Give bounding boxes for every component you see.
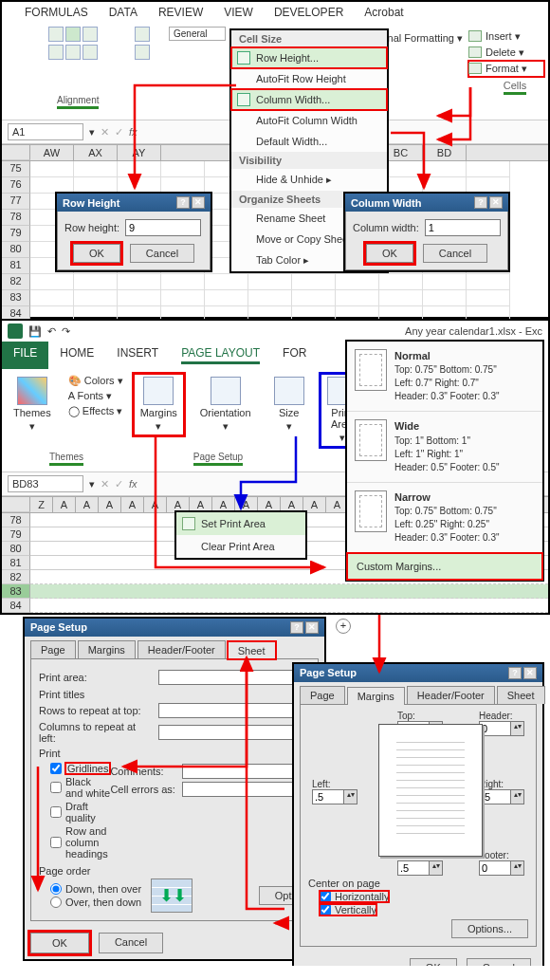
right-input[interactable] [479, 789, 511, 804]
help-icon[interactable]: ? [474, 196, 487, 209]
col-header[interactable]: BD [423, 145, 467, 160]
row-header[interactable]: 82 [2, 274, 30, 290]
row-header[interactable]: 84 [2, 599, 30, 613]
ok-button[interactable]: OK [366, 244, 413, 263]
footer-input[interactable] [479, 860, 511, 876]
tab-margins[interactable]: Margins [78, 640, 136, 658]
row-header[interactable]: 76 [2, 177, 30, 194]
col-header[interactable]: Z [30, 497, 53, 512]
cancel-button[interactable]: Cancel [130, 244, 194, 263]
tab-page-layout[interactable]: PAGE LAYOUT [170, 342, 271, 369]
cancel-button[interactable]: Cancel [467, 958, 531, 966]
tab-page[interactable]: Page [30, 640, 76, 658]
row-header[interactable]: 79 [2, 527, 30, 542]
tab-header-footer[interactable]: Header/Footer [138, 640, 226, 658]
tab-view[interactable]: VIEW [224, 6, 253, 19]
align-middle-icon[interactable] [65, 45, 81, 60]
tab-formulas[interactable]: FORMULAS [25, 6, 88, 19]
tab-margins[interactable]: Margins [347, 687, 405, 705]
center-vert-checkbox[interactable] [320, 904, 331, 915]
col-header[interactable]: A [99, 497, 121, 512]
align-center-icon[interactable] [65, 27, 81, 42]
fx-icon[interactable]: fx [129, 126, 138, 138]
number-format-dropdown[interactable]: General [169, 27, 226, 41]
tab-formulas-trunc[interactable]: FOR [271, 342, 318, 369]
menu-col-width[interactable]: Column Width... [231, 89, 387, 110]
align-left-icon[interactable] [48, 27, 64, 42]
col-header[interactable]: A [53, 497, 76, 512]
close-icon[interactable]: ✕ [305, 621, 319, 634]
ok-button[interactable]: OK [30, 933, 89, 953]
options-button[interactable]: Options... [451, 919, 528, 938]
center-horiz-checkbox[interactable] [320, 891, 331, 902]
margins-narrow[interactable]: NarrowTop: 0.75" Bottom: 0.75"Left: 0.25… [347, 483, 542, 553]
format-cells-button[interactable]: Format ▾ [468, 61, 544, 77]
left-input[interactable] [312, 789, 344, 804]
menu-row-height[interactable]: Row Height... [231, 47, 387, 68]
col-header[interactable]: AY [118, 145, 161, 160]
bottom-input[interactable] [397, 860, 430, 876]
custom-margins[interactable]: Custom Margins... [347, 553, 542, 580]
row-header[interactable]: 83 [2, 584, 30, 599]
help-icon[interactable]: ? [290, 621, 303, 634]
menu-default-width[interactable]: Default Width... [231, 131, 387, 152]
new-sheet-icon[interactable]: + [336, 619, 351, 634]
margins-normal[interactable]: NormalTop: 0.75" Bottom: 0.75"Left: 0.7"… [347, 342, 542, 412]
row-header[interactable]: 79 [2, 226, 30, 242]
undo-icon[interactable]: ↶ [47, 325, 56, 338]
row-header[interactable]: 80 [2, 242, 30, 258]
ok-button[interactable]: OK [73, 244, 120, 263]
close-icon[interactable]: ✕ [523, 667, 537, 679]
rows-repeat-input[interactable] [158, 703, 310, 718]
close-icon[interactable]: ✕ [192, 196, 205, 209]
save-icon[interactable]: 💾 [28, 325, 42, 338]
col-header[interactable]: AX [74, 145, 118, 160]
headings-checkbox[interactable] [50, 837, 62, 848]
row-header[interactable]: 75 [2, 161, 30, 177]
align-right-icon[interactable] [82, 27, 98, 42]
header-input[interactable] [479, 721, 511, 736]
colors-button[interactable]: 🎨 Colors ▾ [68, 375, 123, 387]
set-print-area[interactable]: Set Print Area [176, 512, 305, 535]
row-header[interactable]: 83 [2, 290, 30, 306]
delete-cells-button[interactable]: Delete ▾ [468, 45, 544, 61]
tab-file[interactable]: FILE [2, 342, 48, 369]
tab-acrobat[interactable]: Acrobat [364, 6, 403, 19]
margins-wide[interactable]: WideTop: 1" Bottom: 1"Left: 1" Right: 1"… [347, 412, 542, 482]
help-icon[interactable]: ? [508, 667, 522, 679]
col-header[interactable]: AW [30, 145, 74, 160]
tab-insert[interactable]: INSERT [105, 342, 170, 369]
col-header[interactable]: A [144, 497, 167, 512]
tab-sheet[interactable]: Sheet [497, 686, 545, 704]
row-header[interactable]: 80 [2, 542, 30, 556]
row-height-input[interactable] [125, 219, 201, 236]
draft-checkbox[interactable] [50, 806, 62, 818]
cols-repeat-input[interactable] [158, 725, 310, 740]
row-header[interactable]: 78 [2, 513, 30, 527]
ok-button[interactable]: OK [410, 958, 457, 966]
themes-button[interactable]: Themes▾ [8, 375, 57, 435]
size-button[interactable]: Size▾ [268, 375, 310, 435]
effects-button[interactable]: ◯ Effects ▾ [68, 405, 123, 417]
over-down-radio[interactable] [50, 897, 62, 908]
fonts-button[interactable]: A Fonts ▾ [68, 390, 123, 402]
down-over-radio[interactable] [50, 883, 62, 895]
col-width-input[interactable] [425, 219, 501, 236]
merge-icon[interactable] [135, 45, 150, 60]
tab-sheet[interactable]: Sheet [228, 641, 276, 659]
tab-data[interactable]: DATA [109, 6, 138, 19]
row-header[interactable]: 78 [2, 210, 30, 226]
cancel-button[interactable]: Cancel [99, 933, 163, 953]
name-box[interactable]: BD83 [8, 475, 83, 492]
tab-header-footer[interactable]: Header/Footer [407, 686, 495, 704]
menu-hide-unhide[interactable]: Hide & Unhide ▸ [231, 169, 387, 191]
print-area-input[interactable] [158, 670, 310, 685]
col-header[interactable]: A [76, 497, 99, 512]
gridlines-checkbox[interactable] [50, 763, 62, 774]
redo-icon[interactable]: ↷ [62, 325, 70, 338]
bw-checkbox[interactable] [50, 782, 62, 793]
align-top-icon[interactable] [82, 45, 98, 60]
align-bottom-icon[interactable] [48, 45, 64, 60]
tab-page[interactable]: Page [300, 686, 345, 704]
insert-cells-button[interactable]: Insert ▾ [468, 28, 544, 45]
